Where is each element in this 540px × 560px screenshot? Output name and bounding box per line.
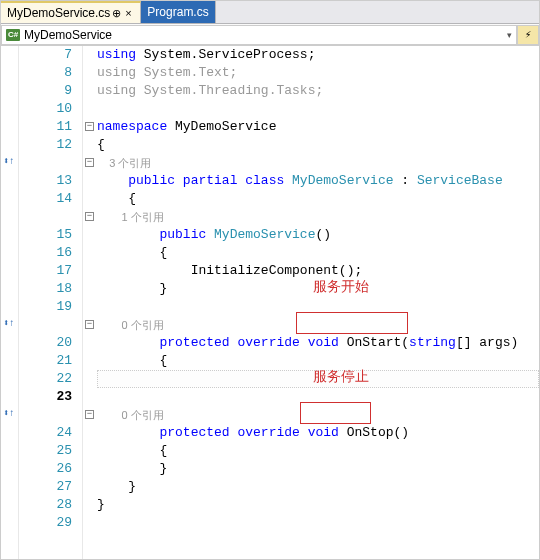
close-icon[interactable]: × [122,7,134,19]
line-number: 9 [19,82,72,100]
annotation-service-start: 服务开始 [313,278,369,296]
fold-column: − − − − − [83,46,97,559]
line-number: 11 [19,118,72,136]
class-name: MyDemoService [24,28,112,42]
code-editor[interactable]: ⬍↑ ⬍↑ ⬍↑ 7 8 9 10 11 12 13 14 15 16 17 1… [1,46,539,559]
line-number: 28 [19,496,72,514]
line-number: 25 [19,442,72,460]
code-line: protected override void OnStop() [97,424,539,442]
annotation-service-stop: 服务停止 [313,368,369,386]
fold-toggle-icon[interactable]: − [85,122,94,131]
fold-toggle-icon[interactable]: − [85,320,94,329]
chevron-down-icon: ▾ [507,30,512,40]
tab-label: Program.cs [147,5,208,19]
code-line: public MyDemoService() [97,226,539,244]
code-line: public partial class MyDemoService : Ser… [97,172,539,190]
code-line: } [97,478,539,496]
override-indicator-icon[interactable]: ⬍↑ [3,407,15,419]
codelens-references[interactable]: 0 个引用 [97,316,539,334]
line-number-current: 23 [19,388,72,406]
line-number-gutter: 7 8 9 10 11 12 13 14 15 16 17 18 19 20 2… [19,46,83,559]
indicator-margin: ⬍↑ ⬍↑ ⬍↑ [1,46,19,559]
code-line: using System.ServiceProcess; [97,46,539,64]
line-number: 24 [19,406,72,442]
codelens-references[interactable]: 3 个引用 [97,154,539,172]
fold-toggle-icon[interactable]: − [85,410,94,419]
code-line: } [97,460,539,478]
codelens-references[interactable]: 0 个引用 [97,406,539,424]
tab-active-file[interactable]: MyDemoService.cs ⊕ × [1,1,141,23]
code-line: { [97,244,539,262]
line-number: 17 [19,262,72,280]
code-line: { [97,190,539,208]
code-line: } [97,496,539,514]
code-area[interactable]: using System.ServiceProcess; using Syste… [97,46,539,559]
code-line: using System.Text; [97,64,539,82]
code-line [97,298,539,316]
class-dropdown[interactable]: C# MyDemoService ▾ [1,25,517,45]
line-number: 15 [19,208,72,244]
code-line: { [97,442,539,460]
line-number: 14 [19,190,72,208]
fold-toggle-icon[interactable]: − [85,212,94,221]
line-number: 16 [19,244,72,262]
code-line [97,100,539,118]
line-number: 8 [19,64,72,82]
tab-label: MyDemoService.cs [7,6,110,20]
pin-icon[interactable]: ⊕ [110,7,122,20]
line-number: 10 [19,100,72,118]
navigation-bar: C# MyDemoService ▾ ⚡ [1,24,539,46]
member-dropdown[interactable]: ⚡ [517,25,539,45]
override-indicator-icon[interactable]: ⬍↑ [3,317,15,329]
line-number: 26 [19,460,72,478]
code-line: { [97,136,539,154]
line-number: 29 [19,514,72,532]
code-line: namespace MyDemoService [97,118,539,136]
fold-toggle-icon[interactable]: − [85,158,94,167]
line-number: 19 [19,298,72,316]
code-line: protected override void OnStart(string[]… [97,334,539,352]
code-line: using System.Threading.Tasks; [97,82,539,100]
tab-inactive-file[interactable]: Program.cs [141,1,215,23]
tab-bar: MyDemoService.cs ⊕ × Program.cs [1,1,539,24]
line-number: 22 [19,370,72,388]
line-number: 20 [19,316,72,352]
line-number: 27 [19,478,72,496]
codelens-references[interactable]: 1 个引用 [97,208,539,226]
line-number: 18 [19,280,72,298]
implements-indicator-icon[interactable]: ⬍↑ [3,155,15,167]
code-line [97,514,539,532]
lightning-icon: ⚡ [525,28,532,41]
line-number: 12 [19,136,72,154]
line-number: 21 [19,352,72,370]
csharp-icon: C# [6,29,20,41]
line-number: 13 [19,154,72,190]
code-line [97,388,539,406]
line-number: 7 [19,46,72,64]
